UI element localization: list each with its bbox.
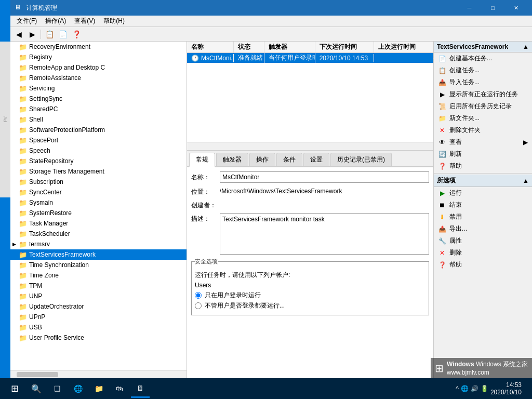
edge-button[interactable]: 🌐 [69,379,87,398]
tree-item-termsrv[interactable]: ▶ 📁 termsrv [10,239,187,249]
sidebar-view[interactable]: 👁 查看 ▶ [434,136,532,148]
tree-item-usb[interactable]: 📁 USB [10,322,187,332]
tab-general[interactable]: 常规 [189,153,215,167]
sidebar-create-basic-task[interactable]: 📄 创建基本任务... [434,52,532,64]
tree-item-userprofileservice[interactable]: 📁 User Profile Service [10,332,187,343]
name-input[interactable] [220,171,429,183]
menu-action[interactable]: 操作(A) [41,16,70,26]
tray-arrow[interactable]: ^ [456,385,459,392]
maximize-button[interactable]: □ [481,0,504,16]
tree-item-registry[interactable]: 📁 Registry [10,52,187,62]
sidebar-export[interactable]: 📤 导出... [434,223,532,235]
tree-item-tpm[interactable]: 📁 TPM [10,281,187,291]
tree-item-remoteassistance[interactable]: 📁 RemoteAssistance [10,73,187,83]
tree-item-subscription[interactable]: 📁 Subscription [10,177,187,187]
tree-item-sharedpc[interactable]: 📁 SharedPC [10,104,187,114]
tree-item-softwareprotection[interactable]: 📁 SoftwareProtectionPlatform [10,125,187,135]
tree-item-storagetiersmanagement[interactable]: 📁 Storage Tiers Management [10,166,187,177]
sidebar-run[interactable]: ▶ 运行 [434,187,532,199]
tree-label: SyncCenter [29,189,62,196]
tree-horizontal-scrollbar[interactable] [10,370,187,378]
tree-item-timezone[interactable]: 📁 Time Zone [10,270,187,281]
tree-scroll-thumb[interactable] [17,372,58,377]
properties-button[interactable]: 📋 [43,29,56,40]
network-icon[interactable]: 🌐 [461,385,469,392]
menu-view[interactable]: 查看(V) [70,16,99,26]
sidebar-help-tsf[interactable]: ❓ 帮助 [434,160,532,172]
tree-item-speech[interactable]: 📁 Speech [10,145,187,156]
volume-icon[interactable]: 🔊 [471,385,478,392]
table-scrollbar[interactable] [187,142,433,150]
tree-label: Shell [29,116,43,123]
sidebar-delete[interactable]: ✕ 删除 [434,247,532,259]
search-button[interactable]: 🔍 [27,379,46,398]
tree-item-updateorchestrator[interactable]: 📁 UpdateOrchestrator [10,301,187,312]
tree-item-settingsync[interactable]: 📁 SettingSync [10,94,187,104]
sidebar-disable[interactable]: ⬇ 禁用 [434,211,532,223]
forward-button[interactable]: ▶ [26,29,38,40]
radio-always[interactable] [195,302,202,309]
author-label: 创建者： [191,200,220,210]
new-button[interactable]: 📄 [57,29,69,40]
tree-item-systemrestore[interactable]: 📁 SystemRestore [10,208,187,218]
start-button[interactable]: ⊞ [4,378,25,399]
explorer-button[interactable]: 📁 [89,379,108,398]
tab-triggers[interactable]: 触发器 [216,153,248,166]
window-title: 计算机管理 [26,4,458,12]
sidebar-refresh[interactable]: 🔄 刷新 [434,148,532,160]
close-button[interactable]: ✕ [504,0,528,16]
tab-conditions[interactable]: 条件 [276,153,302,166]
battery-icon[interactable]: 🔋 [481,385,488,392]
tree-view[interactable]: 📁 RecoveryEnvironment 📁 Registry 📁 Remot… [10,42,187,370]
folder-icon: 📁 [19,261,27,269]
desc-input[interactable]: TextServicesFramework monitor task [220,213,429,255]
tree-item-taskmanager[interactable]: 📁 Task Manager [10,218,187,229]
compmgmt-button[interactable]: 🖥 [131,379,150,398]
col-lastrun: 上次运行时间 [374,42,433,52]
enable-history-icon: 📜 [438,102,446,111]
tree-item-spaceport[interactable]: 📁 SpacePort [10,135,187,145]
help-button[interactable]: ❓ [70,29,83,40]
sidebar-end[interactable]: ⏹ 结束 [434,199,532,211]
export-icon: 📤 [438,225,446,233]
sidebar-create-task[interactable]: 📋 创建任务... [434,64,532,76]
sidebar-properties[interactable]: 🔧 属性 [434,235,532,247]
folder-icon: 📁 [19,147,27,155]
help-selected-icon: ❓ [438,261,446,269]
collapse-selected-icon[interactable]: ▲ [523,177,529,184]
tree-item-timesynchronization[interactable]: 📁 Time Synchronization [10,260,187,270]
tree-item-remoteapp[interactable]: 📁 RemoteApp and Desktop C [10,62,187,73]
tree-item-unp[interactable]: 📁 UNP [10,291,187,301]
tree-item-shell[interactable]: 📁 Shell [10,114,187,125]
back-button[interactable]: ◀ [12,29,25,40]
collapse-icon[interactable]: ▲ [523,43,529,50]
store-button[interactable]: 🛍 [110,379,129,398]
tree-item-staterepository[interactable]: 📁 StateRepository [10,156,187,166]
tree-label: Subscription [29,178,63,185]
minimize-button[interactable]: ─ [458,0,481,16]
sidebar-section-selected-header: 所选项 ▲ [434,175,532,187]
tab-actions[interactable]: 操作 [249,153,275,166]
tree-item-sysmain[interactable]: 📁 Sysmain [10,197,187,208]
radio-login[interactable] [195,292,202,299]
tab-settings[interactable]: 设置 [303,153,329,166]
sidebar-delete-folder[interactable]: ✕ 删除文件夹 [434,124,532,136]
tree-item-synccenter[interactable]: 📁 SyncCenter [10,187,187,197]
tree-item-taskscheduler[interactable]: 📁 TaskScheduler [10,229,187,239]
menu-help[interactable]: 帮助(H) [99,16,129,26]
sidebar-show-running[interactable]: ▶ 显示所有正在运行的任务 [434,88,532,100]
tab-history[interactable]: 历史记录(已禁用) [330,153,392,166]
tree-item-recoveryenvironment[interactable]: 📁 RecoveryEnvironment [10,42,187,52]
sidebar-help-selected[interactable]: ❓ 帮助 [434,259,532,271]
menu-file[interactable]: 文件(F) [12,16,41,26]
tree-item-servicing[interactable]: 📁 Servicing [10,83,187,94]
taskbar-clock[interactable]: 14:53 2020/10/10 [490,381,522,396]
tree-item-textservicesframework[interactable]: 📁 TextServicesFramework [10,249,187,260]
taskview-button[interactable]: ❑ [48,379,66,398]
sidebar-new-folder[interactable]: 📁 新文件夹... [434,112,532,124]
sidebar-import-task[interactable]: 📥 导入任务... [434,76,532,88]
sidebar-enable-history[interactable]: 📜 启用所有任务历史记录 [434,100,532,112]
table-row[interactable]: 🕐 MsCtfMoni... 准备就绪 当任何用户登录时 2020/10/10 … [187,53,433,63]
tree-item-upnp[interactable]: 📁 UPnP [10,312,187,322]
name-row: 名称： [191,171,429,183]
